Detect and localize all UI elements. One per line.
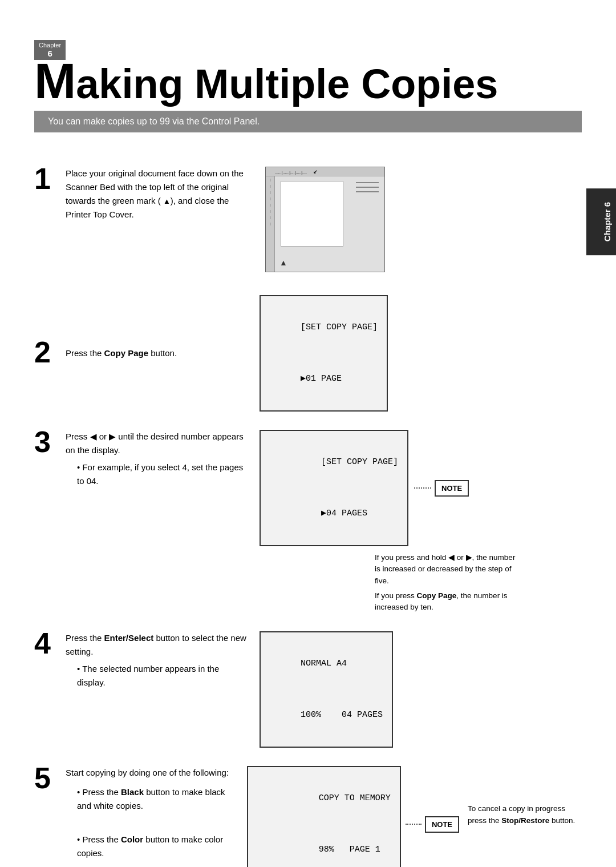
step-5-displays: COPY TO MEMORY 98% PAGE 1 NOTE The prin bbox=[247, 766, 459, 867]
header-section: Chapter 6 Making Multiple Copies You can… bbox=[0, 0, 616, 144]
title-rest: aking Multiple Copies bbox=[76, 61, 498, 107]
chapter-label: Chapter bbox=[39, 42, 61, 49]
step-4-bullet-text: The selected number appears in the displ… bbox=[77, 664, 219, 687]
step-3-note-badge: NOTE bbox=[435, 480, 469, 497]
subtitle-text: You can make copies up to 99 via the Con… bbox=[48, 116, 260, 126]
title-m: M bbox=[34, 53, 76, 109]
step-1-text: Place your original document face down o… bbox=[66, 167, 248, 221]
step-3-text: Press ◀ or ▶ until the desired number ap… bbox=[66, 430, 248, 457]
step-4: 4 Press the Enter/Select button to selec… bbox=[34, 631, 582, 748]
scanner-illustration: ......|......|....|.....|.... ↙ bbox=[265, 167, 385, 272]
step-3-note-text: If you press and hold ◀ or ▶, the number… bbox=[375, 552, 517, 613]
content-area: 1 Place your original document face down… bbox=[0, 144, 616, 867]
step-5-display1-line2: 98% PAGE 1 bbox=[319, 845, 380, 854]
step-2-text: Press the Copy Page button. bbox=[66, 346, 248, 360]
chapter-tab: Chapter 6 bbox=[34, 40, 66, 60]
step-5-dotted-line bbox=[406, 824, 422, 825]
step-5-text: Start copying by doing one of the follow… bbox=[66, 766, 236, 780]
step-4-display: NORMAL A4 100% 04 PAGES bbox=[260, 631, 393, 748]
step-3-dotted-line bbox=[414, 487, 431, 489]
step-2-number: 2 bbox=[34, 337, 66, 367]
step-1: 1 Place your original document face down… bbox=[34, 167, 582, 272]
step-5-display1: COPY TO MEMORY 98% PAGE 1 bbox=[247, 766, 401, 867]
step-5-bullet2: • Press the Color button to make color c… bbox=[77, 833, 236, 860]
step-3-display-line2: ▶04 PAGES bbox=[321, 509, 367, 518]
step-4-bold: Enter/Select bbox=[104, 633, 154, 643]
step-3-bullet-text: For example, if you select 4, set the pa… bbox=[77, 462, 243, 486]
step-3-display-line1: [SET COPY PAGE] bbox=[321, 457, 398, 467]
step-5-note-text: To cancel a copy in progress press the S… bbox=[468, 766, 582, 826]
step-4-display-line1: NORMAL A4 bbox=[301, 659, 347, 668]
step-5-number: 5 bbox=[34, 763, 66, 793]
step-5-note-badge: NOTE bbox=[425, 816, 459, 833]
step-2: 2 Press the Copy Page button. [SET COPY … bbox=[34, 295, 582, 412]
step-5: 5 Start copying by doing one of the foll… bbox=[34, 766, 582, 867]
step-5-display1-line1: COPY TO MEMORY bbox=[319, 793, 391, 803]
right-tab-text: Chapter 6 bbox=[602, 202, 612, 241]
subtitle-bar: You can make copies up to 99 via the Con… bbox=[34, 111, 582, 132]
step-4-display-line2: 100% 04 PAGES bbox=[301, 710, 383, 720]
step-3: 3 Press ◀ or ▶ until the desired number … bbox=[34, 430, 582, 613]
step-2-display-line2: ▶01 PAGE bbox=[301, 374, 342, 384]
step-3-display: [SET COPY PAGE] ▶04 PAGES bbox=[260, 430, 408, 546]
right-chapter-tab: Chapter 6 bbox=[586, 188, 616, 255]
step-5-bullet1: • Press the Black button to make black a… bbox=[77, 785, 236, 813]
step-4-bullet-dot: • bbox=[77, 664, 82, 674]
step-3-bullet: • For example, if you select 4, set the … bbox=[77, 461, 248, 488]
step-4-number: 4 bbox=[34, 628, 66, 658]
step-2-display-line1: [SET COPY PAGE] bbox=[301, 322, 378, 332]
step-3-number: 3 bbox=[34, 427, 66, 457]
page-title: Making Multiple Copies bbox=[34, 40, 498, 106]
step-4-text: Press the Enter/Select button to select … bbox=[66, 631, 248, 659]
step-1-number: 1 bbox=[34, 164, 66, 193]
step-2-display: [SET COPY PAGE] ▶01 PAGE bbox=[260, 295, 388, 412]
step-3-bullet-dot: • bbox=[77, 462, 82, 472]
chapter-number: 6 bbox=[47, 49, 52, 58]
step-2-bold: Copy Page bbox=[104, 348, 149, 358]
step-4-bullet: • The selected number appears in the dis… bbox=[77, 662, 248, 689]
